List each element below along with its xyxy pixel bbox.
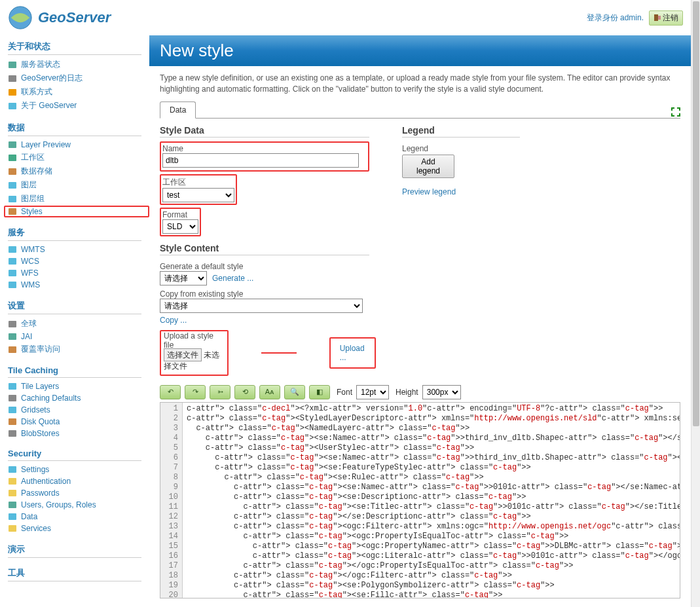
svg-rect-25 bbox=[9, 430, 16, 437]
font-select[interactable]: 12pt bbox=[356, 385, 389, 399]
sidebar-item--[interactable]: 服务器状态 bbox=[8, 58, 149, 71]
sidebar-item-authentication[interactable]: Authentication bbox=[8, 475, 149, 487]
svg-rect-19 bbox=[9, 333, 16, 340]
sidebar-item-data[interactable]: Data bbox=[8, 511, 149, 523]
svg-rect-2 bbox=[654, 14, 658, 21]
svg-rect-26 bbox=[9, 466, 16, 473]
svg-rect-10 bbox=[9, 168, 16, 175]
tilelayers-icon bbox=[8, 382, 17, 391]
copy-select[interactable]: 请选择 bbox=[160, 299, 363, 313]
jai-icon bbox=[8, 332, 17, 341]
redo-button[interactable]: ↷ bbox=[185, 385, 206, 399]
sidebar-item-wcs[interactable]: WCS bbox=[8, 255, 149, 267]
reformat-button[interactable]: ⟲ bbox=[234, 385, 255, 399]
sidebar-item-settings[interactable]: Settings bbox=[8, 464, 149, 475]
tabs: Data bbox=[160, 101, 680, 119]
preview-icon bbox=[8, 140, 17, 149]
data-icon bbox=[8, 512, 17, 521]
generate-link[interactable]: Generate ... bbox=[212, 274, 253, 283]
sidebar-section-title[interactable]: Tile Caching bbox=[8, 365, 141, 378]
sidebar-item-passwords[interactable]: Passwords bbox=[8, 487, 149, 499]
services-icon bbox=[8, 524, 17, 533]
workspace-label: 工作区 bbox=[162, 177, 234, 188]
sidebar-item--[interactable]: 联系方式 bbox=[8, 85, 149, 99]
sidebar-item-layer-preview[interactable]: Layer Preview bbox=[8, 139, 149, 151]
svg-rect-6 bbox=[9, 89, 16, 96]
add-legend-button[interactable]: Add legend bbox=[402, 155, 454, 178]
logo[interactable]: GeoServer bbox=[8, 5, 111, 30]
sidebar-item-jai[interactable]: JAI bbox=[8, 331, 149, 342]
sidebar-item--[interactable]: 全球 bbox=[8, 317, 149, 331]
arrow-icon bbox=[261, 346, 297, 359]
choose-file-button[interactable]: 选择文件 bbox=[164, 348, 202, 361]
copy-label: Copy from existing style bbox=[160, 289, 376, 299]
upload-link[interactable]: Upload ... bbox=[340, 344, 365, 362]
sidebar-item-wms[interactable]: WMS bbox=[8, 279, 149, 291]
sidebar-item--[interactable]: 数据存储 bbox=[8, 164, 149, 178]
sidebar-section-title[interactable]: 服务 bbox=[8, 227, 141, 241]
wmts-icon bbox=[8, 245, 17, 254]
wfs-icon bbox=[8, 268, 17, 278]
sidebar-item-geoserver-[interactable]: GeoServer的日志 bbox=[8, 71, 149, 85]
sidebar-section-title[interactable]: 数据 bbox=[8, 122, 141, 136]
svg-rect-27 bbox=[9, 478, 16, 485]
sidebar-item-styles[interactable]: Styles bbox=[4, 206, 149, 217]
code-editor[interactable]: 12345678910111213141516171819202122 c-at… bbox=[160, 402, 680, 598]
store-icon bbox=[8, 167, 17, 176]
svg-rect-21 bbox=[9, 383, 16, 390]
sidebar-item--[interactable]: 工作区 bbox=[8, 151, 149, 164]
fontsize-button[interactable]: Aᴀ bbox=[259, 385, 280, 399]
server-icon bbox=[8, 60, 17, 69]
blob-icon bbox=[8, 429, 17, 438]
sidebar-section-title[interactable]: 工具 bbox=[8, 567, 141, 581]
sidebar-item-wmts[interactable]: WMTS bbox=[8, 244, 149, 255]
tab-data[interactable]: Data bbox=[160, 101, 196, 119]
copy-link[interactable]: Copy ... bbox=[160, 316, 376, 325]
sidebar-item-caching-defaults[interactable]: Caching Defaults bbox=[8, 392, 149, 404]
svg-rect-9 bbox=[9, 155, 16, 161]
layergroup-icon bbox=[8, 194, 17, 204]
gridset-icon bbox=[8, 405, 17, 414]
svg-rect-17 bbox=[9, 282, 16, 288]
sidebar-item--geoserver[interactable]: 关于 GeoServer bbox=[8, 99, 149, 113]
sidebar-item-blobstores[interactable]: BlobStores bbox=[8, 428, 149, 439]
globe-logo-icon bbox=[8, 5, 33, 30]
upload-label: Upload a style file bbox=[164, 331, 225, 350]
fullscreen-icon[interactable] bbox=[671, 107, 680, 117]
name-label: Name bbox=[162, 144, 367, 153]
sidebar-item--[interactable]: 图层 bbox=[8, 178, 149, 192]
svg-rect-29 bbox=[9, 502, 16, 508]
sidebar-item--[interactable]: 覆盖率访问 bbox=[8, 342, 149, 356]
page-scrollbar[interactable] bbox=[691, 0, 700, 598]
sidebar-item-services[interactable]: Services bbox=[8, 523, 149, 534]
sidebar-section-title[interactable]: 设置 bbox=[8, 300, 141, 314]
page-description: Type a new style definition, or use an e… bbox=[149, 66, 691, 101]
code-content[interactable]: c-attr"> class="c-decl"><?xmlc-attr"> ve… bbox=[183, 403, 680, 598]
sidebar-item--[interactable]: 图层组 bbox=[8, 192, 149, 206]
app-name: GeoServer bbox=[38, 9, 111, 26]
undo-button[interactable]: ↶ bbox=[160, 385, 181, 399]
svg-rect-3 bbox=[658, 16, 661, 20]
svg-rect-4 bbox=[9, 62, 16, 68]
preview-legend-link[interactable]: Preview legend bbox=[402, 187, 533, 196]
sidebar-item-tile-layers[interactable]: Tile Layers bbox=[8, 380, 149, 392]
goto-button[interactable]: ➳ bbox=[210, 385, 230, 399]
generate-select[interactable]: 请选择 bbox=[160, 271, 207, 285]
sidebar-item-users-groups-roles[interactable]: Users, Groups, Roles bbox=[8, 499, 149, 511]
find-button[interactable]: 🔍 bbox=[284, 385, 305, 399]
height-select[interactable]: 300px bbox=[422, 385, 461, 399]
sidebar-item-gridsets[interactable]: Gridsets bbox=[8, 404, 149, 416]
sidebar-item-wfs[interactable]: WFS bbox=[8, 267, 149, 279]
sidebar-section-title[interactable]: 关于和状态 bbox=[8, 41, 141, 55]
svg-rect-28 bbox=[9, 490, 16, 496]
workspace-select[interactable]: test bbox=[162, 188, 234, 202]
svg-rect-30 bbox=[9, 513, 16, 520]
logout-button[interactable]: 注销 bbox=[649, 10, 683, 26]
format-select[interactable]: SLD bbox=[162, 219, 198, 234]
sidebar-item-disk-quota[interactable]: Disk Quota bbox=[8, 416, 149, 428]
sidebar-section-title[interactable]: 演示 bbox=[8, 543, 141, 558]
sidebar-section-title[interactable]: Security bbox=[8, 449, 141, 461]
password-icon bbox=[8, 488, 17, 498]
name-input[interactable] bbox=[162, 153, 359, 168]
color-button[interactable]: ◧ bbox=[309, 385, 330, 399]
